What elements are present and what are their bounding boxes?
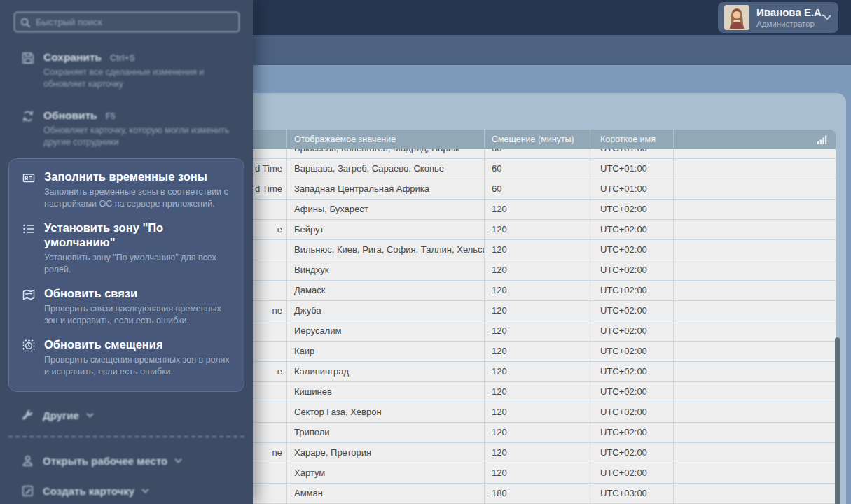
column-header-display-value[interactable]: Отображаемое значение	[287, 130, 485, 149]
cell-short-name: UTC+02:00	[593, 200, 674, 219]
user-menu[interactable]: Иванова Е.А. Администратор	[718, 2, 838, 33]
cell-offset-minutes: 120	[485, 321, 593, 341]
cell-extra	[674, 402, 836, 422]
cell-short-name: UTC+02:00	[593, 402, 674, 422]
cell-offset-minutes: 120	[485, 220, 593, 239]
cell-display-value: Западная Центральная Африка	[287, 179, 485, 199]
cell-display-value: Сектор Газа, Хеврон	[287, 402, 485, 422]
menu-item-save[interactable]: СохранитьCtrl+S Сохраняет все сделанные …	[21, 50, 242, 90]
cell-short-name: UTC+01:00	[593, 159, 674, 178]
timezone-actions-group: Заполнить временные зоны Заполнить време…	[8, 158, 244, 392]
vertical-scrollbar[interactable]	[835, 337, 840, 504]
column-header-extra[interactable]	[674, 130, 836, 149]
search-input[interactable]	[36, 17, 233, 27]
cell-offset-minutes: 120	[485, 342, 593, 361]
shortcut-badge: Ctrl+S	[110, 53, 135, 63]
menu-item-open-workplace[interactable]: Открыть рабочее место	[21, 454, 242, 468]
cell-display-value: Хараре, Претория	[287, 443, 485, 463]
cell-short-name: UTC+01:00	[593, 179, 674, 199]
map-icon	[22, 288, 36, 302]
cell-display-value: Кишинев	[287, 382, 485, 402]
cell-extra	[674, 281, 836, 300]
cell-display-value: Иерусалим	[287, 321, 485, 341]
cell-offset-minutes: 120	[485, 200, 593, 219]
cell-display-value: Варшава, Загреб, Сараево, Скопье	[287, 159, 485, 178]
id-card-icon	[22, 171, 36, 185]
cell-extra	[674, 301, 836, 321]
cell-extra	[674, 149, 836, 158]
cell-offset-minutes: 120	[485, 382, 593, 402]
wrench-icon	[21, 409, 34, 422]
menu-item-set-default-zone[interactable]: Установить зону "По умолчанию" Установит…	[22, 220, 234, 276]
menu-item-label: Обновить связи	[44, 287, 137, 300]
chevron-down-icon	[174, 458, 182, 463]
menu-item-refresh[interactable]: ОбновитьF5 Обновляет карточку, которую м…	[21, 108, 242, 148]
menu-item-description: Проверить смещения временных зон в ролях…	[44, 354, 234, 378]
column-header-short-name[interactable]: Короткое имя	[593, 130, 674, 149]
menu-item-label: Заполнить временные зоны	[44, 170, 207, 183]
cell-display-value: Вильнюс, Киев, Рига, София, Таллин, Хель…	[287, 240, 485, 260]
edit-icon	[21, 484, 34, 498]
menu-divider	[8, 436, 244, 438]
cell-display-value: Джуба	[287, 301, 485, 321]
menu-item-description: Заполнить временные зоны в соответствии …	[44, 186, 234, 210]
cell-offset-minutes: 120	[485, 260, 593, 280]
menu-item-label: Создать карточку	[43, 485, 134, 497]
menu-item-label: Другие	[43, 410, 79, 421]
bar-chart-icon[interactable]	[817, 135, 827, 144]
cell-offset-minutes: 60	[485, 159, 593, 178]
list-icon	[22, 222, 36, 236]
cell-short-name: UTC+02:00	[593, 240, 674, 260]
cell-extra	[674, 260, 836, 280]
cell-display-value: Каир	[287, 342, 485, 361]
cell-offset-minutes: 120	[485, 281, 593, 300]
cell-extra	[674, 321, 836, 341]
cell-extra	[674, 179, 836, 199]
cell-offset-minutes: 120	[485, 402, 593, 422]
cell-short-name: UTC+02:00	[593, 321, 674, 341]
cell-short-name: UTC+02:00	[593, 382, 674, 402]
cell-extra	[674, 159, 836, 178]
cell-offset-minutes: 60	[485, 179, 593, 199]
menu-item-description: Проверить связи наследования временных з…	[44, 303, 234, 327]
cell-offset-minutes: 120	[485, 463, 593, 483]
cell-extra	[674, 463, 836, 483]
cell-extra	[674, 382, 836, 402]
menu-item-create-card[interactable]: Создать карточку	[21, 484, 242, 498]
menu-item-update-offsets[interactable]: Обновить смещения Проверить смещения вре…	[22, 337, 234, 378]
cell-short-name: UTC+02:00	[593, 362, 674, 382]
cell-display-value: Бейрут	[287, 220, 485, 239]
cell-short-name: UTC+01:00	[593, 149, 674, 158]
menu-item-more[interactable]: Другие	[21, 409, 242, 422]
cell-extra	[674, 423, 836, 442]
column-header-offset[interactable]: Смещение (минуты)	[485, 130, 593, 149]
cell-short-name: UTC+02:00	[593, 301, 674, 321]
person-icon	[21, 454, 34, 468]
menu-item-update-links[interactable]: Обновить связи Проверить связи наследова…	[22, 286, 234, 327]
cell-short-name: UTC+02:00	[593, 220, 674, 239]
cell-short-name: UTC+02:00	[593, 463, 674, 483]
cell-offset-minutes: 120	[485, 301, 593, 321]
user-name: Иванова Е.А.	[756, 6, 819, 19]
cell-short-name: UTC+02:00	[593, 443, 674, 463]
cell-extra	[674, 220, 836, 239]
cell-short-name: UTC+02:00	[593, 281, 674, 300]
cell-offset-minutes: 180	[485, 484, 593, 503]
menu-item-label: Сохранить	[43, 51, 102, 63]
cell-extra	[674, 484, 836, 503]
cell-offset-minutes: 60	[485, 149, 593, 158]
menu-item-fill-timezones[interactable]: Заполнить временные зоны Заполнить време…	[22, 169, 234, 210]
cell-display-value: Виндхук	[287, 260, 485, 280]
clock-icon	[22, 339, 36, 353]
cell-offset-minutes: 120	[485, 362, 593, 382]
menu-item-label: Обновить смещения	[44, 338, 163, 351]
menu-item-description: Установить зону "По умолчанию" для всех …	[44, 252, 234, 276]
actions-menu-panel: СохранитьCtrl+S Сохраняет все сделанные …	[0, 0, 253, 504]
save-icon	[21, 51, 35, 65]
cell-short-name: UTC+02:00	[593, 260, 674, 280]
menu-item-description: Сохраняет все сделанные изменения и обно…	[43, 66, 242, 90]
cell-short-name: UTC+02:00	[593, 342, 674, 361]
search-icon	[20, 18, 30, 27]
shortcut-badge: F5	[106, 111, 116, 121]
quick-search[interactable]	[14, 12, 240, 32]
